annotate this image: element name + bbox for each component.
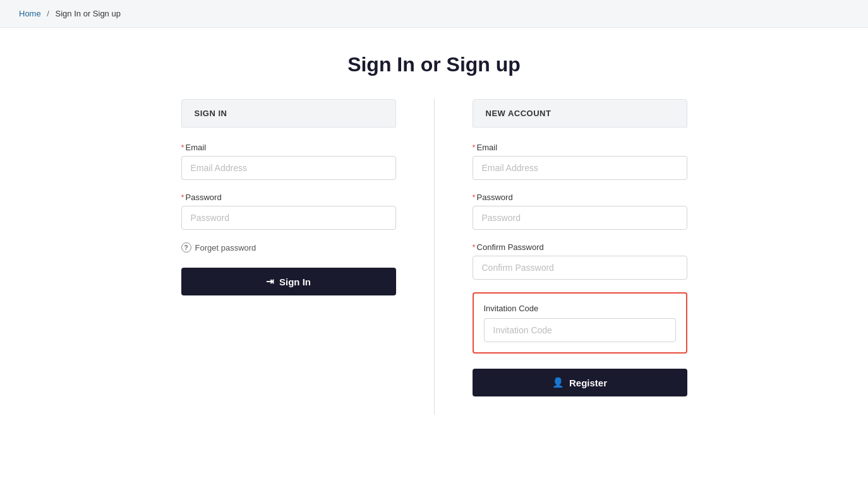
sign-in-password-input[interactable] [181, 206, 396, 230]
page-title: Sign In or Sign up [0, 28, 868, 99]
sign-in-icon: ⇥ [266, 276, 274, 287]
register-email-input[interactable] [473, 156, 687, 180]
register-password-group: *Password [473, 193, 687, 230]
sign-in-email-group: *Email [181, 143, 396, 180]
invitation-code-label: Invitation Code [484, 304, 676, 313]
register-email-label: *Email [473, 143, 687, 152]
confirm-password-group: *Confirm Password [473, 242, 687, 280]
email-required-star: * [181, 143, 184, 152]
sign-in-panel: SIGN IN *Email *Password ? Forget passwo… [181, 99, 396, 295]
help-icon: ? [181, 242, 191, 253]
new-account-panel: NEW ACCOUNT *Email *Password *Confirm Pa… [473, 99, 687, 396]
sign-in-button[interactable]: ⇥ Sign In [181, 268, 396, 295]
new-account-header: NEW ACCOUNT [473, 99, 687, 128]
breadcrumb-home-link[interactable]: Home [19, 9, 41, 18]
register-icon: 👤 [552, 377, 564, 388]
confirm-password-label: *Confirm Password [473, 242, 687, 252]
confirm-password-required-star: * [473, 242, 476, 252]
password-required-star: * [181, 193, 184, 202]
sign-in-password-label: *Password [181, 193, 396, 202]
register-button[interactable]: 👤 Register [473, 369, 687, 396]
sign-in-password-group: *Password [181, 193, 396, 230]
register-password-input[interactable] [473, 206, 687, 230]
register-password-label: *Password [473, 193, 687, 202]
forget-password-label: Forget password [195, 243, 256, 253]
invitation-code-section: Invitation Code [473, 292, 687, 354]
forget-password-link[interactable]: ? Forget password [181, 242, 396, 253]
breadcrumb: Home / Sign In or Sign up [0, 0, 868, 28]
sign-in-header: SIGN IN [181, 99, 396, 128]
register-email-group: *Email [473, 143, 687, 180]
register-password-required-star: * [473, 193, 476, 202]
register-button-label: Register [569, 378, 607, 388]
register-email-required-star: * [473, 143, 476, 152]
breadcrumb-current: Sign In or Sign up [56, 9, 121, 18]
vertical-divider [434, 99, 435, 415]
confirm-password-input[interactable] [473, 256, 687, 280]
forms-container: SIGN IN *Email *Password ? Forget passwo… [0, 99, 868, 415]
invitation-code-input[interactable] [484, 318, 676, 342]
sign-in-email-input[interactable] [181, 156, 396, 180]
sign-in-button-label: Sign In [279, 277, 311, 287]
sign-in-email-label: *Email [181, 143, 396, 152]
breadcrumb-separator: / [47, 9, 49, 18]
